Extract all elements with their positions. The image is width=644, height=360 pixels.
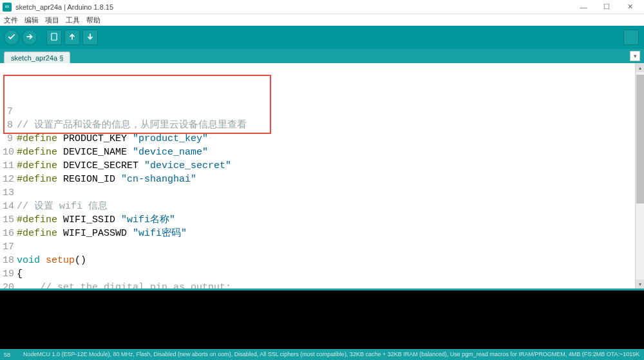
arrow-right-icon bbox=[25, 32, 34, 43]
scroll-up-icon[interactable]: ▴ bbox=[636, 63, 644, 72]
code-content[interactable]: #define REGION_ID "cn-shanghai" bbox=[17, 173, 635, 186]
code-line[interactable]: 7 bbox=[3, 105, 635, 118]
code-line[interactable]: 12#define REGION_ID "cn-shanghai" bbox=[3, 173, 635, 186]
arrow-down-icon bbox=[86, 32, 95, 43]
menu-bar: 文件 编辑 项目 工具 帮助 bbox=[0, 14, 644, 26]
code-content[interactable]: #define DEVICE_NAME "device_name" bbox=[17, 146, 635, 159]
vertical-scrollbar[interactable]: ▴ ▾ bbox=[635, 63, 644, 289]
upload-button[interactable] bbox=[22, 30, 37, 45]
menu-tools[interactable]: 工具 bbox=[66, 15, 80, 25]
output-panel bbox=[0, 289, 644, 349]
code-line[interactable]: 20 // set the digital pin as output: bbox=[3, 281, 635, 289]
code-content[interactable] bbox=[17, 240, 635, 254]
arrow-up-icon bbox=[68, 32, 77, 43]
code-content[interactable] bbox=[17, 105, 635, 118]
code-line[interactable]: 13 bbox=[3, 186, 635, 200]
close-button[interactable]: ✕ bbox=[618, 0, 641, 14]
open-sketch-button[interactable] bbox=[64, 30, 80, 45]
line-number: 20 bbox=[3, 281, 17, 289]
line-number: 19 bbox=[3, 267, 17, 281]
scrollbar-thumb[interactable] bbox=[636, 75, 644, 204]
code-content[interactable]: #define DEVICE_SECRET "device_secret" bbox=[17, 159, 635, 173]
tab-active[interactable]: sketch_apr24a § bbox=[4, 52, 70, 63]
check-icon bbox=[7, 32, 16, 43]
code-line[interactable]: 8// 设置产品和设备的信息，从阿里云设备信息里查看 bbox=[3, 118, 635, 132]
line-number: 8 bbox=[3, 118, 17, 132]
arduino-logo-icon bbox=[3, 3, 12, 12]
line-number: 12 bbox=[3, 173, 17, 186]
tab-bar: sketch_apr24a § ▾ bbox=[0, 49, 644, 63]
tab-menu-button[interactable]: ▾ bbox=[630, 51, 640, 61]
scroll-down-icon[interactable]: ▾ bbox=[636, 279, 644, 289]
code-line[interactable]: 15#define WIFI_SSID "wifi名称" bbox=[3, 213, 635, 227]
code-line[interactable]: 18void setup() bbox=[3, 254, 635, 267]
editor-area: 78// 设置产品和设备的信息，从阿里云设备信息里查看9#define PROD… bbox=[0, 63, 644, 289]
menu-sketch[interactable]: 项目 bbox=[45, 15, 59, 25]
code-content[interactable]: // 设置 wifi 信息 bbox=[17, 200, 635, 213]
minimize-button[interactable]: — bbox=[572, 0, 595, 14]
title-bar: sketch_apr24a | Arduino 1.8.15 — ☐ ✕ bbox=[0, 0, 644, 14]
code-line[interactable]: 17 bbox=[3, 240, 635, 254]
menu-help[interactable]: 帮助 bbox=[86, 15, 100, 25]
code-line[interactable]: 14// 设置 wifi 信息 bbox=[3, 200, 635, 213]
code-line[interactable]: 10#define DEVICE_NAME "device_name" bbox=[3, 146, 635, 159]
chevron-down-icon: ▾ bbox=[634, 53, 637, 59]
line-number: 7 bbox=[3, 105, 17, 118]
status-line-col: 58 bbox=[4, 352, 23, 358]
line-number: 16 bbox=[3, 227, 17, 240]
status-board-info: NodeMCU 1.0 (ESP-12E Module), 80 MHz, Fl… bbox=[23, 350, 640, 359]
line-number: 10 bbox=[3, 146, 17, 159]
line-number: 18 bbox=[3, 254, 17, 267]
code-line[interactable]: 16#define WIFI_PASSWD "wifi密码" bbox=[3, 227, 635, 240]
code-content[interactable]: #define PRODUCT_KEY "product_key" bbox=[17, 132, 635, 146]
verify-button[interactable] bbox=[4, 30, 19, 45]
code-content[interactable]: void setup() bbox=[17, 254, 635, 267]
code-content[interactable]: // set the digital pin as output: bbox=[17, 281, 635, 289]
code-content[interactable]: { bbox=[17, 267, 635, 281]
status-bar: 58 NodeMCU 1.0 (ESP-12E Module), 80 MHz,… bbox=[0, 349, 644, 360]
new-sketch-button[interactable] bbox=[46, 30, 62, 45]
serial-monitor-button[interactable] bbox=[623, 30, 639, 45]
code-content[interactable]: #define WIFI_PASSWD "wifi密码" bbox=[17, 227, 635, 240]
file-new-icon bbox=[50, 32, 59, 43]
code-content[interactable]: // 设置产品和设备的信息，从阿里云设备信息里查看 bbox=[17, 118, 635, 132]
save-sketch-button[interactable] bbox=[82, 30, 98, 45]
line-number: 11 bbox=[3, 159, 17, 173]
code-line[interactable]: 9#define PRODUCT_KEY "product_key" bbox=[3, 132, 635, 146]
menu-edit[interactable]: 编辑 bbox=[24, 15, 39, 25]
code-line[interactable]: 11#define DEVICE_SECRET "device_secret" bbox=[3, 159, 635, 173]
code-content[interactable]: #define WIFI_SSID "wifi名称" bbox=[17, 213, 635, 227]
line-number: 13 bbox=[3, 186, 17, 200]
line-number: 9 bbox=[3, 132, 17, 146]
toolbar bbox=[0, 26, 644, 49]
line-number: 17 bbox=[3, 240, 17, 254]
window-title: sketch_apr24a | Arduino 1.8.15 bbox=[15, 3, 113, 11]
code-editor[interactable]: 78// 设置产品和设备的信息，从阿里云设备信息里查看9#define PROD… bbox=[0, 63, 635, 289]
code-line[interactable]: 19{ bbox=[3, 267, 635, 281]
line-number: 14 bbox=[3, 200, 17, 213]
maximize-button[interactable]: ☐ bbox=[595, 0, 618, 14]
svg-rect-1 bbox=[52, 33, 57, 40]
menu-file[interactable]: 文件 bbox=[4, 15, 18, 25]
code-content[interactable] bbox=[17, 186, 635, 200]
line-number: 15 bbox=[3, 213, 17, 227]
